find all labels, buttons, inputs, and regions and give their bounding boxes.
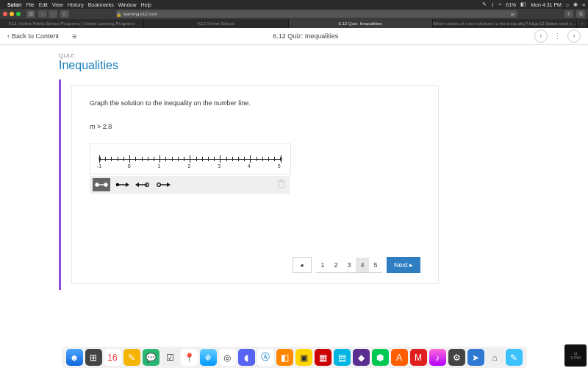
appstore-icon[interactable]: Ⓐ <box>257 349 274 366</box>
svg-point-4 <box>116 183 120 187</box>
app-icon[interactable]: ▤ <box>334 349 351 366</box>
forward-button[interactable]: › <box>49 10 57 18</box>
pager-numbers: 1 2 3 4 5 <box>316 258 382 273</box>
menubar-item[interactable]: View <box>52 2 63 7</box>
finder-icon[interactable]: ☻ <box>66 349 83 366</box>
app-icon[interactable]: A <box>391 349 408 366</box>
discord-icon[interactable]: ◖ <box>238 349 255 366</box>
menubar-item[interactable]: Edit <box>39 2 48 7</box>
menubar-item[interactable]: Window <box>118 2 137 7</box>
quiz-title: Inequalities <box>59 59 529 72</box>
new-tab-button[interactable]: ＋ <box>577 19 588 28</box>
zoom-icon[interactable] <box>16 12 21 16</box>
pager-page[interactable]: 5 <box>369 258 382 273</box>
page-title: 6.12 Quiz: Inequalities <box>273 32 338 40</box>
app-icon[interactable]: ⌂ <box>487 349 503 366</box>
question-card: Graph the solution to the inequality on … <box>71 85 439 284</box>
pager-page[interactable]: 4 <box>356 258 369 273</box>
question-instruction: Graph the solution to the inequality on … <box>90 99 420 107</box>
menubar-item[interactable]: Bookmarks <box>88 2 114 7</box>
svg-point-9 <box>157 183 161 187</box>
next-page-button[interactable]: › <box>567 29 581 43</box>
window-controls[interactable] <box>3 12 21 16</box>
minimize-icon[interactable] <box>10 12 14 16</box>
launchpad-icon[interactable]: ⊞ <box>85 349 102 366</box>
settings-icon[interactable]: ⚙ <box>448 349 465 366</box>
svg-point-2 <box>104 183 108 187</box>
safari-toolbar: ▥ ‹ › ▯ 🔒 learning.k12.com ⟳ ⇪ ⧉ <box>0 9 588 19</box>
menubar-app-name[interactable]: Safari <box>7 2 21 7</box>
inequality-expression: m > 2.8 <box>90 123 420 130</box>
more-icon[interactable]: ⋮ <box>553 32 562 41</box>
browser-tab[interactable]: Which values of x are solutions to the i… <box>433 19 577 28</box>
quiz-label: QUIZ: <box>59 52 529 59</box>
maps-icon[interactable]: 📍 <box>181 349 198 366</box>
pager-page[interactable]: 2 <box>329 258 343 273</box>
bluetooth-icon[interactable]: ᚼ <box>491 2 494 7</box>
lock-icon: 🔒 <box>116 12 121 17</box>
pager-next-button[interactable]: Next ▸ <box>387 257 420 273</box>
tool-open-ray-left[interactable] <box>134 178 151 191</box>
app-icon[interactable]: ⬢ <box>372 349 389 366</box>
app-icon[interactable]: ✎ <box>506 349 523 366</box>
address-bar[interactable]: 🔒 learning.k12.com ⟳ <box>116 10 517 18</box>
spotlight-icon[interactable]: ⌕ <box>566 2 569 7</box>
browser-tabs: K12: Online Public School Programs | Onl… <box>0 19 588 28</box>
clock[interactable]: Mon 4:31 PM <box>531 2 562 7</box>
battery-pct: 61% <box>506 2 516 7</box>
number-line-tools <box>90 176 290 194</box>
back-button[interactable]: ‹ <box>38 10 47 18</box>
svg-point-1 <box>96 183 99 187</box>
pager-page[interactable]: 3 <box>343 258 356 273</box>
close-icon[interactable] <box>3 12 7 16</box>
bookmarks-icon[interactable]: ▯ <box>60 10 69 18</box>
reader-icon[interactable]: ⟳ <box>511 12 514 17</box>
menubar-item[interactable]: Help <box>141 2 151 7</box>
trash-icon[interactable] <box>277 178 285 191</box>
app-icon[interactable]: ◧ <box>276 349 293 366</box>
menubar-item[interactable]: History <box>68 2 84 7</box>
menubar-item[interactable]: File <box>26 2 34 7</box>
tool-closed-segment[interactable] <box>93 178 110 191</box>
browser-tab[interactable]: K12: Online Public School Programs | Onl… <box>0 19 144 28</box>
wifi-icon[interactable]: ⌔ <box>498 2 501 7</box>
prev-page-button[interactable]: ‹ <box>534 29 548 43</box>
safari-icon[interactable]: ✵ <box>200 349 217 366</box>
itunes-icon[interactable]: ♪ <box>429 349 446 366</box>
number-line-canvas[interactable]: -1.... 0.... 1.... 2.... 3.... 4.... 5 <box>90 144 291 174</box>
content-area: QUIZ: Inequalities Graph the solution to… <box>0 45 588 290</box>
sidebar-toggle-icon[interactable]: ▥ <box>26 10 35 18</box>
app-icon[interactable]: ▦ <box>315 349 331 366</box>
pager-page[interactable]: 1 <box>316 258 329 273</box>
stylus-icon[interactable]: ✎ <box>482 1 487 7</box>
pagination: ◂ 1 2 3 4 5 Next ▸ <box>293 257 420 273</box>
app-icon[interactable]: ◆ <box>353 349 370 366</box>
messages-icon[interactable]: 💬 <box>143 349 159 366</box>
menu-icon[interactable]: ≡ <box>72 32 76 40</box>
tabs-icon[interactable]: ⧉ <box>576 10 585 18</box>
number-line-labels: -1.... 0.... 1.... 2.... 3.... 4.... 5 <box>99 163 282 169</box>
back-label: Back to Content <box>12 32 59 40</box>
clock-widget[interactable]: ot 3 PM <box>564 344 587 367</box>
battery-icon[interactable]: ▮▯ <box>520 1 526 7</box>
app-icon[interactable]: ➤ <box>467 349 484 366</box>
app-icon[interactable]: M <box>410 349 427 366</box>
app-icon[interactable]: ▣ <box>295 349 312 366</box>
svg-marker-11 <box>167 183 171 187</box>
lms-header: ‹ Back to Content ≡ 6.12 Quiz: Inequalit… <box>0 28 588 45</box>
back-to-content-button[interactable]: ‹ Back to Content <box>7 32 59 40</box>
siri-icon[interactable]: ◉ <box>573 1 578 7</box>
notes-icon[interactable]: ✎ <box>123 349 140 366</box>
tool-open-ray-right[interactable] <box>154 178 172 191</box>
dock-area: ☻ ⊞ 16 ✎ 💬 ☑ 📍 ✵ ◎ ◖ Ⓐ ◧ ▣ ▦ ▤ ◆ ⬢ A M ♪… <box>0 339 588 368</box>
calendar-icon[interactable]: 16 <box>104 349 121 366</box>
browser-tab[interactable]: K12 Online School <box>144 19 288 28</box>
browser-tab[interactable]: 6.12 Quiz: Inequalities <box>289 19 433 28</box>
mac-menubar: Safari File Edit View History Bookmarks … <box>0 0 588 9</box>
notification-center-icon[interactable]: ≡ <box>582 2 585 7</box>
pager-prev-button[interactable]: ◂ <box>293 257 312 273</box>
reminders-icon[interactable]: ☑ <box>162 349 179 366</box>
chrome-icon[interactable]: ◎ <box>219 349 236 366</box>
tool-closed-ray-right[interactable] <box>113 178 131 191</box>
share-icon[interactable]: ⇪ <box>564 10 573 18</box>
